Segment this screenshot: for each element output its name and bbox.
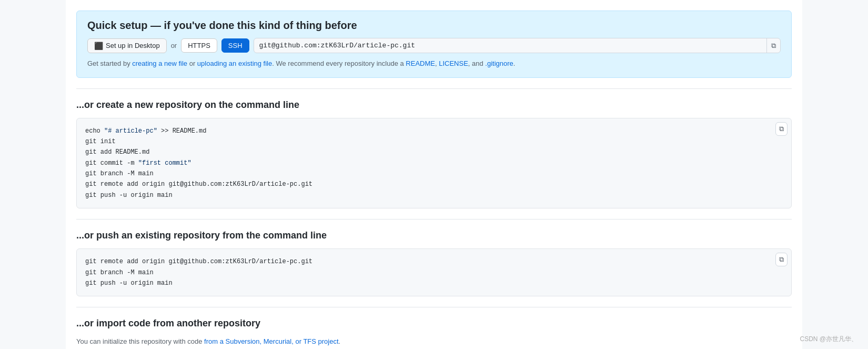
push-code-wrapper: git remote add origin git@github.com:ztK… [76, 248, 792, 296]
url-input-wrapper: ⧉ [254, 38, 781, 53]
import-description: You can initialize this repository with … [76, 336, 792, 347]
license-link[interactable]: LICENSE [439, 59, 468, 67]
copy-create-code-button[interactable]: ⧉ [775, 122, 788, 136]
create-code-block: echo "# article-pc" >> README.md git ini… [76, 118, 792, 209]
create-repo-section: ...or create a new repository on the com… [76, 88, 792, 220]
push-repo-title: ...or push an existing repository from t… [76, 230, 792, 241]
readme-link[interactable]: README [406, 59, 435, 67]
push-code-block: git remote add origin git@github.com:ztK… [76, 248, 792, 296]
get-started-prefix: Get started by [87, 59, 132, 67]
setup-desktop-button[interactable]: ⬛ Set up in Desktop [87, 38, 167, 53]
get-started-end: , and [468, 59, 486, 67]
create-repo-title: ...or create a new repository on the com… [76, 99, 792, 111]
quick-setup-section: Quick setup — if you've done this kind o… [76, 11, 792, 78]
copy-code-icon: ⧉ [779, 125, 784, 133]
ssh-button[interactable]: SSH [221, 38, 249, 53]
copy-url-button[interactable]: ⧉ [766, 38, 780, 53]
import-desc-prefix: You can initialize this repository with … [76, 337, 204, 345]
copy-push-icon: ⧉ [779, 255, 784, 263]
get-started-suffix: . We recommend every repository include … [272, 59, 406, 67]
copy-push-code-button[interactable]: ⧉ [775, 253, 788, 266]
gitignore-link[interactable]: .gitignore [485, 59, 513, 67]
get-started-final: . [513, 59, 516, 67]
import-section-title: ...or import code from another repositor… [76, 318, 792, 329]
or-text-1: or [171, 42, 177, 49]
import-section: ...or import code from another repositor… [76, 307, 792, 349]
watermark: CSDN @亦世凡华、 [800, 335, 857, 344]
desktop-icon: ⬛ [94, 42, 103, 50]
import-from-link[interactable]: from a Subversion, Mercurial, or TFS pro… [204, 337, 339, 345]
import-desc-suffix: . [339, 337, 341, 345]
https-button[interactable]: HTTPS [181, 38, 217, 53]
push-repo-section: ...or push an existing repository from t… [76, 219, 792, 307]
quick-setup-title: Quick setup — if you've done this kind o… [87, 19, 781, 32]
create-new-file-link[interactable]: creating a new file [132, 59, 187, 67]
get-started-text: Get started by creating a new file or up… [87, 58, 781, 69]
url-bar-row: ⬛ Set up in Desktop or HTTPS SSH ⧉ [87, 38, 781, 53]
copy-icon: ⧉ [771, 42, 776, 49]
setup-desktop-label: Set up in Desktop [106, 42, 160, 49]
create-code-wrapper: echo "# article-pc" >> README.md git ini… [76, 118, 792, 209]
or-text-2: or [187, 59, 197, 67]
upload-file-link[interactable]: uploading an existing file [197, 59, 272, 67]
repo-url-input[interactable] [254, 39, 766, 52]
